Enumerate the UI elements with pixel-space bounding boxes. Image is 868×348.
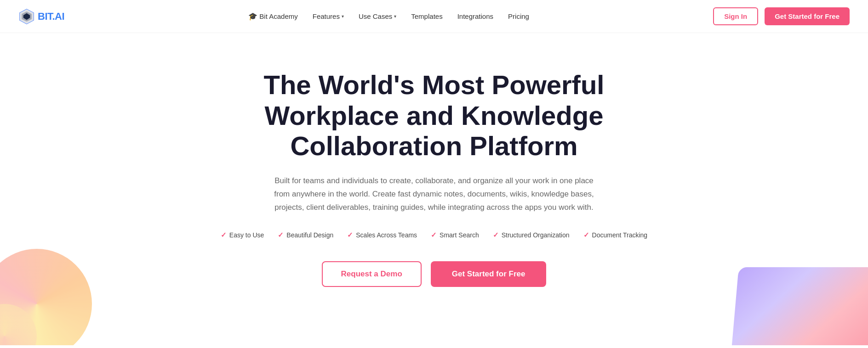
nav-item-integrations[interactable]: Integrations	[457, 12, 493, 20]
nav-link-templates[interactable]: Templates	[411, 12, 442, 20]
nav-item-use-cases[interactable]: Use Cases ▾	[359, 12, 396, 20]
nav-link-bit-academy[interactable]: 🎓 Bit Academy	[248, 12, 297, 21]
feature-document-tracking: ✓ Document Tracking	[583, 231, 648, 239]
feature-smart-search: ✓ Smart Search	[431, 231, 479, 239]
check-icon-document-tracking: ✓	[583, 231, 589, 239]
nav-link-features[interactable]: Features ▾	[313, 12, 344, 20]
nav-link-pricing[interactable]: Pricing	[508, 12, 529, 20]
hero-subtitle: Built for teams and individuals to creat…	[268, 174, 600, 214]
check-icon-structured-organization: ✓	[493, 231, 499, 239]
nav-actions: Sign In Get Started for Free	[713, 7, 850, 25]
get-started-hero-button[interactable]: Get Started for Free	[431, 261, 547, 287]
hero-content: The World's Most Powerful Workplace and …	[221, 70, 647, 287]
get-started-nav-button[interactable]: Get Started for Free	[765, 7, 850, 25]
features-chevron-icon: ▾	[342, 14, 344, 19]
request-demo-button[interactable]: Request a Demo	[322, 261, 422, 287]
decorative-blob-left	[0, 249, 92, 345]
hero-title: The World's Most Powerful Workplace and …	[227, 70, 641, 162]
logo-text: BIT.AI	[38, 11, 64, 22]
check-icon-scales-across-teams: ✓	[347, 231, 353, 239]
check-icon-beautiful-design: ✓	[278, 231, 284, 239]
nav-item-features[interactable]: Features ▾	[313, 12, 344, 20]
feature-structured-organization: ✓ Structured Organization	[493, 231, 570, 239]
check-icon-easy-to-use: ✓	[221, 231, 227, 239]
nav-link-integrations[interactable]: Integrations	[457, 12, 493, 20]
decorative-blob-left-inner	[0, 304, 37, 345]
check-icon-smart-search: ✓	[431, 231, 437, 239]
decorative-blob-right	[731, 267, 868, 345]
graduation-cap-icon: 🎓	[248, 12, 257, 21]
nav-item-templates[interactable]: Templates	[411, 12, 442, 20]
hero-buttons: Request a Demo Get Started for Free	[322, 261, 547, 287]
hero-section: The World's Most Powerful Workplace and …	[0, 33, 868, 345]
main-nav: BIT.AI 🎓 Bit Academy Features ▾ Use Case…	[0, 0, 868, 33]
feature-easy-to-use: ✓ Easy to Use	[221, 231, 264, 239]
nav-item-pricing[interactable]: Pricing	[508, 12, 529, 20]
use-cases-chevron-icon: ▾	[394, 14, 396, 19]
feature-scales-across-teams: ✓ Scales Across Teams	[347, 231, 417, 239]
signin-button[interactable]: Sign In	[713, 7, 758, 25]
hero-features-list: ✓ Easy to Use ✓ Beautiful Design ✓ Scale…	[221, 231, 647, 239]
nav-item-bit-academy[interactable]: 🎓 Bit Academy	[248, 12, 297, 21]
logo[interactable]: BIT.AI	[18, 8, 64, 25]
nav-links: 🎓 Bit Academy Features ▾ Use Cases ▾ Tem…	[248, 12, 529, 21]
feature-beautiful-design: ✓ Beautiful Design	[278, 231, 333, 239]
nav-link-use-cases[interactable]: Use Cases ▾	[359, 12, 396, 20]
